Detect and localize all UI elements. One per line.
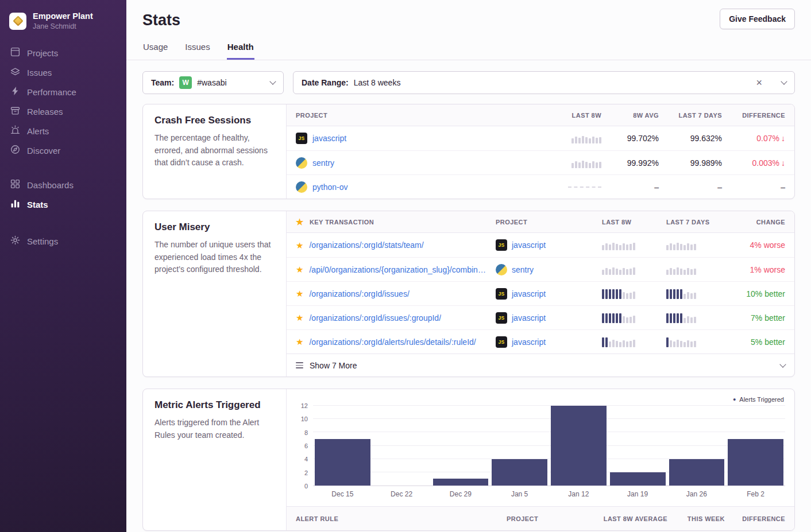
project-link[interactable]: javascript <box>312 134 346 143</box>
table-row: JS javascript 99.702% 99.632% 0.07%↓ <box>287 126 794 150</box>
sidebar-item-alerts[interactable]: Alerts <box>0 121 126 141</box>
column-header: LAST 7 DAYS <box>666 219 731 226</box>
key-transaction-star-icon[interactable]: ★ <box>296 337 303 346</box>
legend-dot-icon: ● <box>733 397 736 402</box>
metric-alerts-body: ● Alerts Triggered 024681012 Dec 15Dec 2… <box>287 389 794 530</box>
transaction-link[interactable]: /api/0/organizations/{organization_slug}… <box>309 265 489 274</box>
tab-usage[interactable]: Usage <box>142 41 168 60</box>
javascript-icon: JS <box>496 239 507 251</box>
sidebar-item-dashboards[interactable]: Dashboards <box>0 175 126 195</box>
chart-bar <box>728 439 783 486</box>
sparkline <box>571 133 601 143</box>
project-link[interactable]: python-ov <box>312 182 347 192</box>
legend-label: Alerts Triggered <box>739 396 784 403</box>
show-more-button[interactable]: Show 7 More <box>287 354 794 376</box>
sidebar-item-stats[interactable]: Stats <box>0 195 126 214</box>
page-header: Stats Give Feedback Usage Issues Health <box>126 0 811 60</box>
javascript-icon: JS <box>296 133 307 144</box>
sidebar-nav-secondary: Dashboards Stats <box>0 175 126 214</box>
transaction-link[interactable]: /organizations/:orgId/issues/:groupId/ <box>309 313 441 323</box>
sidebar-nav-primary: Projects Issues Performance Releases Ale… <box>0 43 126 160</box>
column-header: 8W AVG <box>601 112 659 119</box>
sidebar-item-performance[interactable]: Performance <box>0 82 126 102</box>
chart-bar <box>610 472 666 486</box>
project-link[interactable]: javascript <box>512 240 546 250</box>
change-value: 7% better <box>731 313 785 323</box>
column-header: LAST 7 DAYS <box>659 112 722 119</box>
project-link[interactable]: sentry <box>512 265 534 274</box>
sparkline <box>602 289 635 299</box>
last7-value: 99.989% <box>659 158 722 168</box>
column-header: LAST 8W <box>532 112 601 119</box>
column-header: PROJECT <box>496 219 602 226</box>
content: Team: W #wasabi Date Range: Last 8 weeks… <box>126 60 811 532</box>
column-header: PROJECT <box>507 515 593 522</box>
bar-chart-icon <box>10 199 20 210</box>
sparkline <box>571 158 601 168</box>
javascript-icon: JS <box>496 312 507 324</box>
key-transaction-star-icon[interactable]: ★ <box>296 313 303 322</box>
sidebar-item-discover[interactable]: Discover <box>0 141 126 160</box>
sparkline <box>602 240 635 250</box>
table-row: ★ /organizations/:orgId/issues/ JSjavasc… <box>287 281 794 305</box>
alerts-chart-plot <box>313 406 785 486</box>
sidebar-item-issues[interactable]: Issues <box>0 63 126 82</box>
project-link[interactable]: sentry <box>312 158 334 168</box>
column-header: DIFFERENCE <box>725 515 785 522</box>
table-row: ★ /organizations/:orgId/stats/team/ JSja… <box>287 233 794 257</box>
transaction-link[interactable]: /organizations/:orgId/alerts/rules/detai… <box>309 337 476 347</box>
chart-bar <box>433 479 489 486</box>
chart-bar <box>669 459 725 486</box>
project-link[interactable]: javascript <box>512 289 546 298</box>
panel-description: User Misery The number of unique users t… <box>143 211 287 376</box>
user-name: Jane Schmidt <box>33 22 93 30</box>
sidebar-item-label: Releases <box>27 107 63 117</box>
org-name: Empower Plant <box>33 11 93 21</box>
key-transaction-star-icon[interactable]: ★ <box>296 289 303 298</box>
python-icon <box>296 181 307 193</box>
project-link[interactable]: javascript <box>512 337 546 347</box>
chevron-down-icon <box>781 78 787 84</box>
clear-date-icon[interactable]: × <box>755 77 763 88</box>
star-icon: ★ <box>296 218 304 226</box>
sparkline <box>666 289 696 299</box>
alerts-chart-xaxis: Dec 15Dec 22Dec 29Jan 5Jan 12Jan 19Jan 2… <box>313 490 785 498</box>
change-value: 1% worse <box>731 265 785 274</box>
avg-value: 99.992% <box>601 158 659 168</box>
sidebar-item-projects[interactable]: Projects <box>0 43 126 63</box>
sidebar-item-settings[interactable]: Settings <box>0 231 126 251</box>
list-icon <box>296 362 303 368</box>
sparkline <box>666 313 696 323</box>
key-transaction-star-icon[interactable]: ★ <box>296 265 303 274</box>
tab-health[interactable]: Health <box>227 41 254 60</box>
transaction-link[interactable]: /organizations/:orgId/issues/ <box>309 289 409 298</box>
crash-free-sessions-panel: Crash Free Sessions The percentage of he… <box>142 104 795 199</box>
change-value: 4% worse <box>731 240 785 250</box>
sidebar-item-label: Discover <box>27 146 60 156</box>
table-row: ★ /organizations/:orgId/issues/:groupId/… <box>287 305 794 329</box>
sidebar-item-releases[interactable]: Releases <box>0 102 126 121</box>
tab-issues[interactable]: Issues <box>184 41 210 60</box>
org-switcher[interactable]: Empower Plant Jane Schmidt <box>0 9 126 43</box>
sidebar: Empower Plant Jane Schmidt Projects Issu… <box>0 0 126 532</box>
difference-value: 0.003%↓ <box>722 158 785 168</box>
team-avatar: W <box>179 76 192 89</box>
column-header: ALERT RULE <box>296 515 507 522</box>
panel-description: Metric Alerts Triggered Alerts triggered… <box>143 389 287 530</box>
transaction-link[interactable]: /organizations/:orgId/stats/team/ <box>309 240 423 250</box>
sparkline <box>666 240 696 250</box>
team-select[interactable]: Team: W #wasabi <box>142 71 284 94</box>
app: Empower Plant Jane Schmidt Projects Issu… <box>0 0 811 532</box>
key-transaction-star-icon[interactable]: ★ <box>296 241 303 250</box>
column-header: PROJECT <box>296 112 532 119</box>
panel-title: Crash Free Sessions <box>155 115 275 126</box>
column-header: CHANGE <box>731 219 785 226</box>
date-range-select[interactable]: Date Range: Last 8 weeks × <box>293 71 795 94</box>
chevron-down-icon <box>779 361 786 367</box>
table-header: PROJECT LAST 8W 8W AVG LAST 7 DAYS DIFFE… <box>287 104 794 126</box>
project-link[interactable]: javascript <box>512 313 546 323</box>
table-row: sentry 99.992% 99.989% 0.003%↓ <box>287 150 794 174</box>
sidebar-item-label: Stats <box>27 200 48 209</box>
give-feedback-button[interactable]: Give Feedback <box>720 9 795 29</box>
chart-legend[interactable]: ● Alerts Triggered <box>296 396 785 403</box>
